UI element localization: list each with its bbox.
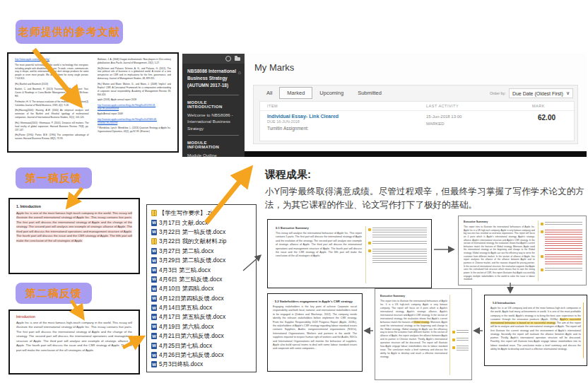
last-activity-date: 15-Jun-2018 13:00 xyxy=(426,114,532,121)
label-teacher-references: 老师提供的参考文献 xyxy=(16,20,123,44)
comment-icon xyxy=(452,346,455,349)
file-name: 4月25日第七稿.docx xyxy=(159,342,212,350)
references-document: http://www.apple.com/accessibility/ The … xyxy=(7,52,179,153)
column-mark: MARK xyxy=(532,104,574,108)
file-name: 4月14日第五稿.docx xyxy=(159,304,212,312)
comment-icon xyxy=(541,255,543,258)
status-badge: MARKED xyxy=(426,121,532,128)
reference-line: (Hu)Scherer and Palazzo: Scherer, A. G.,… xyxy=(98,67,172,81)
doc-body: Apple Inc is an US company and one of th… xyxy=(490,307,581,351)
flow-doc-executive-summary-draft: 0.1 Executive Summary This essay will an… xyxy=(267,219,432,288)
file-name: 4月26日第七稿反馈.docx xyxy=(159,351,224,359)
file-list-item[interactable]: 4月12日第四稿反馈.docx xyxy=(151,294,254,303)
flow-doc-stakeholders-section: 5.2 Stakeholders engagement in Apple's C… xyxy=(267,293,363,372)
file-type-icon xyxy=(151,352,157,358)
doc-comments-column xyxy=(449,295,469,375)
file-name: 4月12日第四稿反馈.docx xyxy=(159,295,224,302)
assignment-link[interactable]: Individual Essay- Link Cleared xyxy=(267,114,426,119)
file-list-item[interactable]: 4月21日第六稿反馈.docx xyxy=(151,331,254,341)
reference-line: ? Mendelow, Lynch: Mendelow, L. (2013) Q… xyxy=(98,126,172,134)
reference-line: (Hu)Harzing(2000): Harzing, A.W. (2000) … xyxy=(15,109,89,119)
comment-icon xyxy=(368,228,371,231)
file-list-item[interactable]: 3月29日 第二稿反馈.docx xyxy=(151,256,254,265)
comment-marker xyxy=(368,241,427,245)
references-column-1: http://www.apple.com/accessibility/ The … xyxy=(15,58,89,147)
doc-body: Engaging stakeholders is the key point o… xyxy=(273,305,357,351)
file-list-item[interactable]: 3月22日 第一稿反馈.docx xyxy=(151,228,254,237)
marks-table: ITEM LAST ACTIVITY MARK Individual Essay… xyxy=(259,101,575,141)
doc-heading: Executive Summary xyxy=(464,220,535,223)
marks-tab-bar: All Marked Upcoming Submitted Order by: … xyxy=(254,86,577,100)
file-name: 3月27日 第二稿.docx xyxy=(159,247,213,255)
doc-body: Apple Inc is one of the most famous high… xyxy=(16,211,132,243)
references-column-2: Mathews, J. A. (2006) Dragon multination… xyxy=(98,58,172,147)
doc-heading: 0.1 Executive Summary xyxy=(276,226,362,230)
file-type-icon xyxy=(151,361,157,367)
file-type-icon xyxy=(151,257,157,264)
marks-tab[interactable]: Upcoming xyxy=(312,88,351,98)
flow-doc-executive-summary-final: Executive Summary This report tries to i… xyxy=(375,288,472,380)
file-name: 3月22日 我的文献材料.zip xyxy=(159,237,226,245)
file-list-item[interactable]: 3月22日 我的文献材料.zip xyxy=(151,237,254,246)
assignment-due-date: DUE 16-JUN-2018 xyxy=(267,119,426,124)
comment-text-lines xyxy=(372,249,427,264)
file-list-item[interactable]: 4月25日第七稿.docx xyxy=(151,341,254,350)
file-name: 4月10日 第四稿.docx xyxy=(159,285,213,293)
flow-doc-executive-summary-commented: Executive Summary This report tries to i… xyxy=(458,216,587,285)
file-list-item[interactable]: 5月3日终稿.docx xyxy=(151,360,254,369)
file-type-icon xyxy=(151,276,157,283)
sidebar-section-module-information: MODULE INFORMATION xyxy=(182,138,245,151)
marks-tab[interactable]: Submitted xyxy=(351,88,389,98)
comment-marker xyxy=(368,249,427,264)
file-type-icon xyxy=(151,220,157,226)
file-name: 3月17日 文献.docx xyxy=(159,219,208,227)
doc-body: This essay will analyse the internationa… xyxy=(276,232,362,259)
comment-marker xyxy=(452,330,469,334)
file-list-item[interactable]: 3月17日 文献.docx xyxy=(151,218,254,227)
file-name: 4月6日 第三稿反馈.docx xyxy=(159,276,222,283)
order-by-dropdown[interactable]: Due Date (Oldest First) ∨ xyxy=(509,88,573,98)
marks-tab[interactable]: Marked xyxy=(279,87,312,99)
label-text: 第一稿反馈 xyxy=(25,172,82,185)
file-list-item[interactable]: 4月10日 第四稿.docx xyxy=(151,284,254,293)
last-activity-cell: 15-Jun-2018 13:00 MARKED xyxy=(426,114,532,131)
file-type-icon xyxy=(151,267,157,273)
file-list-item[interactable]: 4月3日 第三稿.docx xyxy=(151,265,254,274)
composite-slide: 老师提供的参考文献 第一稿反馈 第二稿反馈 http://www.apple.c… xyxy=(0,0,588,383)
first-draft-feedback-document: 1. Introduction Apple Inc is one of the … xyxy=(8,198,140,274)
file-list-item[interactable]: 4月17日 第五稿反馈.docx xyxy=(151,312,254,322)
file-name: 3月29日 第二稿反馈.docx xyxy=(159,257,225,264)
assignment-type: Turnitin Assignment: xyxy=(267,126,426,131)
course-title[interactable]: NBS8086 International Business Strategy … xyxy=(182,64,245,93)
assignment-cell: Individual Essay- Link Cleared DUE 16-JU… xyxy=(267,114,426,131)
label-first-draft-feedback: 第一稿反馈 xyxy=(16,167,92,189)
chevron-down-icon: ∨ xyxy=(566,90,570,96)
comment-icon xyxy=(541,269,543,271)
sidebar-item-module-outline[interactable]: Module Outline xyxy=(182,151,245,160)
doc-heading: 1. Introduction xyxy=(16,204,132,208)
lms-sidebar: NBS8086 International Business Strategy … xyxy=(182,54,245,157)
sidebar-item-welcome[interactable]: Welcome to NBS8086 - International Busin… xyxy=(182,110,245,133)
column-item: ITEM xyxy=(267,104,426,108)
feedback-comment-lines xyxy=(545,254,582,264)
comment-marker xyxy=(368,228,427,237)
refresh-icon[interactable] xyxy=(225,56,231,61)
sidebar-divider xyxy=(188,95,239,95)
file-list-item[interactable]: 4月19日 第六稿.docx xyxy=(151,322,254,331)
file-list-item[interactable]: 4月14日第五稿.docx xyxy=(151,303,254,312)
reference-line: Bartlett, C. and Beamish, P. (2013) Tran… xyxy=(15,88,89,98)
file-type-icon xyxy=(151,285,157,292)
reference-line: (Hu) Matten and Moon: Matten, D., and Mo… xyxy=(98,83,172,97)
marks-tab[interactable]: All xyxy=(259,88,279,98)
home-icon[interactable]: ⌂ xyxy=(238,69,241,77)
file-list-item[interactable]: 【学生写作要求】.zip xyxy=(151,208,254,218)
folder-icon[interactable] xyxy=(235,57,240,61)
file-list-item[interactable]: 4月6日 第三稿反馈.docx xyxy=(151,275,254,284)
file-list-item[interactable]: 4月26日第七稿反馈.docx xyxy=(151,350,254,360)
window-bottom-bar xyxy=(245,151,587,157)
comment-marker xyxy=(452,338,469,342)
file-list-item[interactable]: 3月27日 第二稿.docx xyxy=(151,247,254,256)
doc-body-text: This report tries to illustrate the inte… xyxy=(380,300,447,324)
draft-file-list: 【学生写作要求】.zip 3月17日 文献.docx 3月22日 第一稿反馈.d… xyxy=(146,204,257,372)
reference-line: apple (2018): Apple annual report 2018: xyxy=(98,98,172,102)
